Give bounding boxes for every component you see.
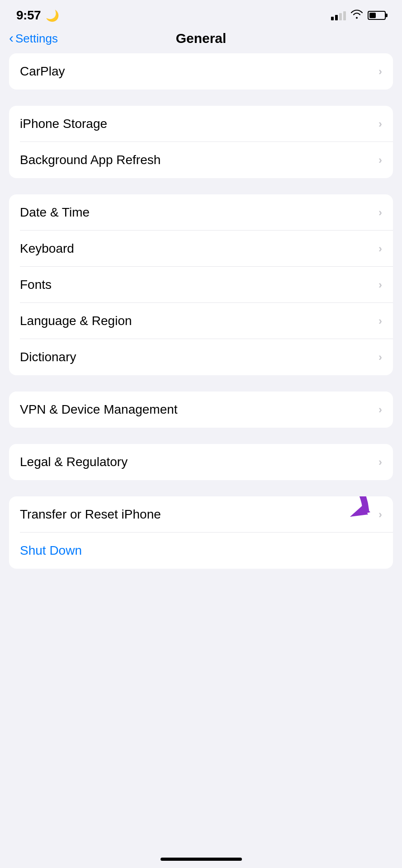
row-keyboard[interactable]: Keyboard › [9,231,393,267]
row-background-refresh[interactable]: Background App Refresh › [9,142,393,178]
iphone-storage-label: iPhone Storage [20,117,107,131]
shut-down-label: Shut Down [20,543,82,558]
chevron-right-icon: › [378,206,382,219]
back-button[interactable]: ‹ Settings [9,32,58,46]
chevron-right-icon: › [378,315,382,327]
section-storage: iPhone Storage › Background App Refresh … [9,106,393,178]
row-carplay[interactable]: CarPlay › [9,53,393,90]
row-transfer-reset[interactable]: Transfer or Reset iPhone › [9,496,393,533]
section-vpn: VPN & Device Management › [9,392,393,428]
battery-icon [368,11,386,20]
chevron-right-icon: › [378,508,382,521]
back-label: Settings [15,32,58,46]
date-time-label: Date & Time [20,205,90,220]
keyboard-label: Keyboard [20,241,74,256]
home-indicator [161,858,242,861]
chevron-right-icon: › [378,154,382,166]
section-reset: Transfer or Reset iPhone › Shut Down [9,496,393,569]
wifi-icon [350,9,363,22]
section-carplay: CarPlay › [9,53,393,90]
legal-label: Legal & Regulatory [20,455,128,469]
status-bar: 9:57 🌙 [0,0,402,27]
row-fonts[interactable]: Fonts › [9,267,393,303]
chevron-right-icon: › [378,242,382,255]
carplay-label: CarPlay [20,64,65,79]
section-legal: Legal & Regulatory › [9,444,393,480]
chevron-right-icon: › [378,456,382,468]
language-region-label: Language & Region [20,314,132,328]
moon-icon: 🌙 [46,9,59,22]
fonts-label: Fonts [20,278,52,292]
row-iphone-storage[interactable]: iPhone Storage › [9,106,393,142]
page-title: General [176,31,227,46]
row-dictionary[interactable]: Dictionary › [9,339,393,375]
row-language-region[interactable]: Language & Region › [9,303,393,339]
row-shut-down[interactable]: Shut Down [9,533,393,569]
status-icons [331,9,386,22]
row-vpn[interactable]: VPN & Device Management › [9,392,393,428]
transfer-reset-label: Transfer or Reset iPhone [20,507,161,522]
back-chevron-icon: ‹ [9,31,14,45]
nav-bar: ‹ Settings General [0,27,402,53]
row-legal[interactable]: Legal & Regulatory › [9,444,393,480]
settings-content: CarPlay › iPhone Storage › Background Ap… [0,53,402,569]
chevron-right-icon: › [378,351,382,363]
chevron-right-icon: › [378,118,382,130]
status-time: 9:57 🌙 [16,8,59,23]
chevron-right-icon: › [378,65,382,78]
chevron-right-icon: › [378,278,382,291]
signal-icon [331,10,346,20]
vpn-label: VPN & Device Management [20,402,178,417]
section-locale: Date & Time › Keyboard › Fonts › Languag… [9,194,393,375]
chevron-right-icon: › [378,403,382,416]
background-refresh-label: Background App Refresh [20,153,161,167]
row-date-time[interactable]: Date & Time › [9,194,393,231]
dictionary-label: Dictionary [20,350,76,364]
